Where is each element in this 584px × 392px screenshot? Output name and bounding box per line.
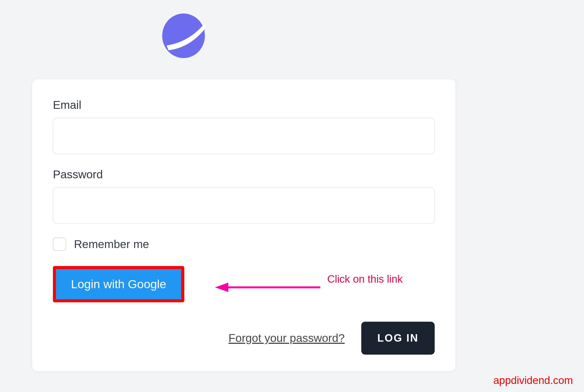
- logo-container: [32, 11, 335, 60]
- annotation-text: Click on this link: [327, 273, 403, 285]
- forgot-password-link[interactable]: Forgot your password?: [229, 332, 345, 345]
- annotation: Click on this link: [327, 273, 403, 285]
- watermark-text: appdividend.com: [493, 375, 573, 386]
- password-field-block: Password: [53, 168, 435, 224]
- remember-label: Remember me: [74, 238, 149, 251]
- brand-logo-icon: [159, 11, 208, 60]
- page-root: Email Password Remember me Login with Go…: [0, 0, 584, 392]
- google-login-row: Login with Google Click on this link: [53, 266, 435, 302]
- svg-marker-2: [215, 283, 228, 292]
- email-input[interactable]: [53, 118, 435, 154]
- email-field-block: Email: [53, 99, 435, 154]
- bottom-actions: Forgot your password? LOG IN: [53, 322, 435, 355]
- remember-row: Remember me: [53, 238, 435, 251]
- highlight-box: Login with Google: [53, 266, 184, 302]
- login-with-google-button[interactable]: Login with Google: [56, 269, 181, 299]
- email-label: Email: [53, 99, 435, 112]
- login-card: Email Password Remember me Login with Go…: [32, 79, 456, 372]
- password-label: Password: [53, 168, 435, 181]
- login-button[interactable]: LOG IN: [361, 322, 435, 355]
- remember-checkbox[interactable]: [53, 238, 66, 251]
- annotation-arrow-icon: [215, 278, 323, 297]
- password-input[interactable]: [53, 187, 435, 224]
